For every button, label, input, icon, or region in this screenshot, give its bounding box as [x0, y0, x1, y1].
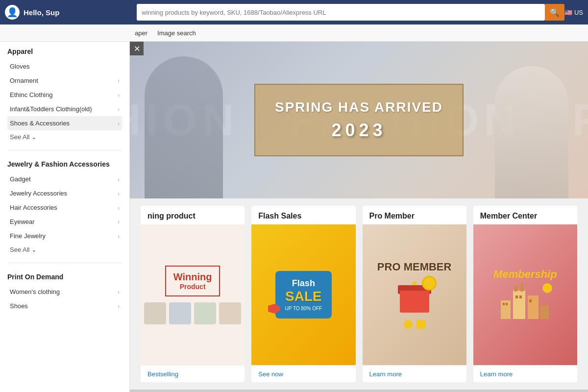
card-image-pro: PRO MEMBER [363, 224, 466, 365]
pro-badge-text: PRO MEMBER [377, 261, 452, 273]
sidebar-item-label: Shoes [10, 302, 28, 310]
card-footer-flash: See now [251, 365, 355, 382]
see-all-apparel[interactable]: See All ⌄ [7, 130, 39, 144]
sidebar-item-fine-jewelry[interactable]: Fine Jewelry › [7, 229, 122, 243]
card-footer-member: Learn more [473, 365, 577, 382]
sidebar-item-gadget[interactable]: Gadget › [7, 172, 122, 186]
sidebar: Apparel Gloves Ornament › Ethinc Clothin… [0, 42, 130, 392]
sidebar-divider-2 [7, 263, 122, 263]
flag-icon: 🇺🇸 [564, 9, 572, 16]
banner-card-title: SPRING HAS ARRIVED [275, 99, 443, 115]
card-title-pro: Pro Member [363, 206, 466, 224]
cards-row: ning product Winning Product [130, 198, 588, 390]
svg-rect-4 [514, 286, 517, 292]
membership-title: Membership [493, 268, 557, 281]
sidebar-item-label: Gloves [10, 63, 29, 70]
sidebar-item-label: Ornament [10, 77, 38, 84]
chevron-right-icon: › [118, 219, 120, 225]
svg-rect-1 [513, 291, 525, 319]
winning-label: Winning Product [165, 266, 220, 296]
sidebar-item-eyewear[interactable]: Eyewear › [7, 215, 122, 229]
close-button[interactable]: ✕ [130, 42, 144, 55]
user-greeting-area: 👤 Hello, Sup [5, 5, 135, 20]
flash-badge: Flash SALE UP TO 80% OFF [275, 271, 332, 318]
search-button[interactable]: 🔍 [545, 4, 564, 21]
user-greeting: Hello, Sup [24, 8, 59, 17]
sidebar-item-ethnic-clothing[interactable]: Ethinc Clothing › [7, 88, 122, 102]
sidebar-item-label: Shoes & Accessories [10, 120, 70, 127]
avatar: 👤 [5, 5, 20, 20]
chevron-right-icon: › [118, 176, 120, 182]
sidebar-item-label: Hair Accessories [10, 204, 57, 211]
sidebar-section-title-apparel: Apparel [7, 48, 122, 55]
chevron-right-icon: › [118, 233, 120, 239]
svg-rect-7 [506, 303, 508, 305]
sidebar-item-womens-clothing[interactable]: Women's clothing › [7, 285, 122, 299]
chevron-right-icon: › [118, 121, 120, 126]
sidebar-item-infant-clothing[interactable]: Infant&Toddlers Clothing(old) › [7, 102, 122, 116]
close-overlay: ✕ [130, 42, 144, 55]
svg-rect-3 [540, 305, 549, 319]
figure-right [495, 66, 568, 198]
svg-rect-6 [503, 303, 505, 305]
hero-banner: FASHION FASHION FASH SPRING HAS ARRIVED … [130, 42, 588, 198]
chevron-right-icon: › [118, 289, 120, 295]
sidebar-section-pod: Print On Demand Women's clothing › Shoes… [0, 267, 129, 316]
flash-discount-text: UP TO 80% OFF [285, 306, 322, 311]
card-footer-pro: Learn more [363, 365, 466, 382]
sidebar-item-label: Ethinc Clothing [10, 91, 52, 98]
flash-sales-card: Flash Sales Flash SALE UP TO 80% OFF See… [251, 206, 355, 382]
card-image-flash: Flash SALE UP TO 80% OFF [251, 224, 355, 365]
sidebar-item-shoes[interactable]: Shoes › [7, 299, 122, 313]
chevron-right-icon: › [118, 205, 120, 211]
sidebar-section-apparel: Apparel Gloves Ornament › Ethinc Clothin… [0, 42, 129, 146]
card-image-member: Membership [473, 224, 577, 365]
see-all-jewelry[interactable]: See All ⌄ [7, 243, 39, 256]
card-link-flash[interactable]: See now [258, 370, 283, 378]
subnav: aper Image search [0, 24, 588, 42]
sidebar-item-label: Fine Jewelry [10, 232, 46, 240]
winning-label-sub: Product [173, 283, 212, 291]
search-icon: 🔍 [550, 8, 560, 17]
card-title-member: Member Center [473, 206, 577, 224]
content-area: FASHION FASHION FASH SPRING HAS ARRIVED … [130, 42, 588, 392]
subnav-item-image-search[interactable]: Image search [157, 29, 196, 37]
user-icon: 👤 [7, 7, 18, 18]
sidebar-item-label: Gadget [10, 175, 31, 183]
chevron-down-icon: ⌄ [31, 133, 37, 141]
card-link-winning[interactable]: Bestselling [147, 370, 178, 378]
sidebar-item-gloves[interactable]: Gloves [7, 59, 122, 74]
sidebar-section-title-jewelry: Jewelry & Fashion Accessories [7, 160, 122, 168]
sidebar-item-label: Eyewear [10, 218, 35, 225]
chevron-right-icon: › [118, 106, 120, 112]
sidebar-item-ornament[interactable]: Ornament › [7, 74, 122, 88]
search-bar[interactable] [137, 4, 545, 21]
subnav-item-paper[interactable]: aper [135, 29, 147, 37]
svg-rect-8 [515, 295, 518, 298]
locale-label: US [574, 9, 583, 16]
sidebar-item-label: Women's clothing [10, 288, 60, 295]
sidebar-section-jewelry: Jewelry & Fashion Accessories Gadget › J… [0, 154, 129, 259]
card-title-flash: Flash Sales [251, 206, 355, 224]
sidebar-item-jewelry-accessories[interactable]: Jewelry Accessories › [7, 186, 122, 200]
card-link-member[interactable]: Learn more [480, 370, 513, 378]
svg-point-11 [542, 283, 552, 293]
banner-card-subtitle: 2023 [275, 120, 443, 141]
sidebar-item-shoes-accessories[interactable]: Shoes & Accessories › [7, 116, 122, 130]
search-input[interactable] [142, 9, 540, 16]
card-title-winning: ning product [141, 206, 245, 224]
megaphone-icon [268, 304, 280, 314]
chevron-right-icon: › [118, 78, 120, 84]
sidebar-item-hair-accessories[interactable]: Hair Accessories › [7, 200, 122, 215]
sidebar-divider [7, 150, 122, 150]
figure-left [145, 56, 223, 198]
locale-selector[interactable]: 🇺🇸 US [564, 9, 583, 16]
card-link-pro[interactable]: Learn more [369, 370, 402, 378]
flash-sale-text: SALE [285, 289, 322, 304]
svg-rect-9 [519, 295, 522, 298]
chevron-down-icon: ⌄ [31, 246, 37, 253]
membership-city-graphic [496, 281, 555, 320]
svg-rect-5 [520, 283, 523, 292]
svg-rect-10 [529, 299, 532, 302]
membership-graphic: Membership [493, 268, 557, 322]
